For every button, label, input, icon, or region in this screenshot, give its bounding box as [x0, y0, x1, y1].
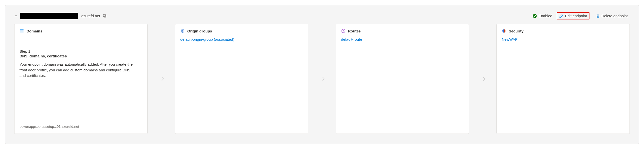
route-link[interactable]: default-route — [341, 37, 464, 41]
svg-rect-4 — [20, 29, 24, 30]
step-description: Your endpoint domain was automatically a… — [20, 62, 135, 79]
security-card: Security NewWAF — [496, 24, 630, 134]
origin-groups-card-header: Origin groups — [180, 29, 303, 33]
status-enabled: Enabled — [532, 14, 552, 18]
check-circle-icon — [532, 14, 537, 18]
step-number: Step 1 — [20, 49, 142, 53]
origin-groups-icon — [180, 29, 185, 33]
domains-icon — [20, 29, 24, 33]
origin-groups-card: Origin groups default-origin-group (asso… — [175, 24, 308, 134]
cards-row: Domains Step 1 DNS, domains, certificate… — [14, 24, 630, 134]
svg-rect-1 — [103, 14, 105, 16]
header-left: .azurefd.net — [14, 13, 107, 19]
copy-icon[interactable] — [103, 14, 107, 18]
origin-groups-title: Origin groups — [187, 29, 212, 33]
arrow-3 — [469, 24, 496, 134]
arrow-1 — [148, 24, 175, 134]
endpoint-panel: .azurefd.net Enabled Edit endpoint — [5, 5, 639, 144]
domains-title: Domains — [27, 29, 42, 33]
panel-header: .azurefd.net Enabled Edit endpoint — [14, 12, 630, 19]
security-icon — [502, 29, 506, 33]
arrow-2 — [308, 24, 336, 134]
security-card-header: Security — [502, 29, 624, 33]
collapse-toggle[interactable] — [14, 14, 18, 18]
delete-endpoint-label: Delete endpoint — [601, 14, 628, 18]
status-label: Enabled — [538, 14, 552, 18]
origin-group-link[interactable]: default-origin-group (associated) — [180, 37, 303, 41]
domains-footnote: powerappsportalsetup.z01.azurefd.net — [20, 125, 142, 129]
svg-point-7 — [182, 30, 183, 32]
svg-rect-3 — [597, 15, 599, 17]
pencil-icon — [559, 14, 563, 18]
domains-card: Domains Step 1 DNS, domains, certificate… — [14, 24, 148, 134]
domains-step-block: Step 1 DNS, domains, certificates Your e… — [20, 49, 142, 79]
header-right: Enabled Edit endpoint Delete endpoint — [532, 12, 630, 19]
routes-card-header: Routes — [341, 29, 464, 33]
endpoint-name-redacted — [20, 13, 78, 19]
domains-card-header: Domains — [20, 29, 142, 33]
svg-rect-0 — [104, 15, 106, 17]
svg-rect-6 — [20, 32, 24, 32]
routes-title: Routes — [348, 29, 361, 33]
security-title: Security — [509, 29, 523, 33]
endpoint-domain-suffix: .azurefd.net — [80, 14, 100, 18]
edit-endpoint-button[interactable]: Edit endpoint — [557, 12, 589, 19]
security-link[interactable]: NewWAF — [502, 37, 624, 41]
svg-point-2 — [533, 14, 537, 18]
svg-rect-5 — [20, 31, 24, 31]
delete-endpoint-button[interactable]: Delete endpoint — [594, 13, 630, 19]
trash-icon — [596, 14, 600, 18]
edit-endpoint-label: Edit endpoint — [565, 14, 587, 18]
routes-card: Routes default-route — [336, 24, 469, 134]
step-title: DNS, domains, certificates — [20, 54, 142, 58]
routes-icon — [341, 29, 346, 33]
